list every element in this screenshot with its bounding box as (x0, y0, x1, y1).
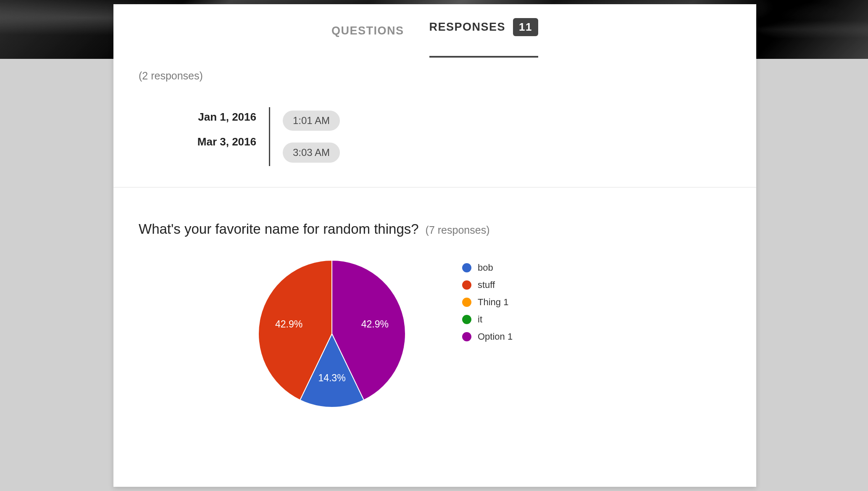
legend-item[interactable]: Thing 1 (462, 297, 513, 308)
pie-slice-label: 42.9% (361, 318, 389, 330)
section-date-responses: (2 responses) Jan 1, 2016 Mar 3, 2016 1:… (113, 57, 756, 187)
legend-label: it (478, 314, 482, 325)
legend-label: Option 1 (478, 331, 513, 342)
chart-area: 42.9%14.3%42.9% bobstuffThing 1itOption … (139, 258, 731, 411)
legend-dot (462, 315, 471, 324)
time-chip: 1:01 AM (283, 111, 340, 131)
section-pie-question: What's your favorite name for random thi… (113, 187, 756, 428)
date-label: Mar 3, 2016 (160, 135, 269, 148)
legend-label: stuff (478, 280, 495, 290)
legend-item[interactable]: stuff (462, 280, 513, 290)
legend-item[interactable]: Option 1 (462, 331, 513, 342)
legend-dot (462, 263, 471, 272)
question-count: (7 responses) (426, 224, 490, 236)
question-title: What's your favorite name for random thi… (139, 221, 419, 237)
tab-questions[interactable]: QUESTIONS (331, 12, 404, 50)
pie-slice-label: 14.3% (318, 372, 345, 384)
legend-label: bob (478, 262, 493, 273)
time-chip: 3:03 AM (283, 143, 340, 163)
legend-item[interactable]: it (462, 314, 513, 325)
responses-count-badge: 11 (513, 18, 538, 36)
date-rows: Jan 1, 2016 Mar 3, 2016 1:01 AM 3:03 AM (139, 107, 731, 166)
date-label: Jan 1, 2016 (160, 111, 269, 124)
legend-dot (462, 280, 471, 290)
legend-item[interactable]: bob (462, 262, 513, 273)
tab-questions-label: QUESTIONS (331, 24, 404, 37)
question-header: What's your favorite name for random thi… (139, 221, 731, 237)
responses-card: QUESTIONS RESPONSES 11 (2 responses) Jan… (113, 4, 756, 487)
legend-dot (462, 332, 471, 341)
tabs: QUESTIONS RESPONSES 11 (113, 4, 756, 57)
tab-responses-label: RESPONSES (429, 21, 506, 34)
section1-count: (2 responses) (139, 70, 731, 82)
divider-vertical (269, 107, 270, 166)
legend-label: Thing 1 (478, 297, 508, 308)
legend: bobstuffThing 1itOption 1 (462, 258, 513, 342)
tab-responses[interactable]: RESPONSES 11 (429, 5, 538, 58)
legend-dot (462, 298, 471, 307)
pie-slice-label: 42.9% (275, 318, 302, 330)
pie-chart: 42.9%14.3%42.9% (256, 258, 408, 411)
